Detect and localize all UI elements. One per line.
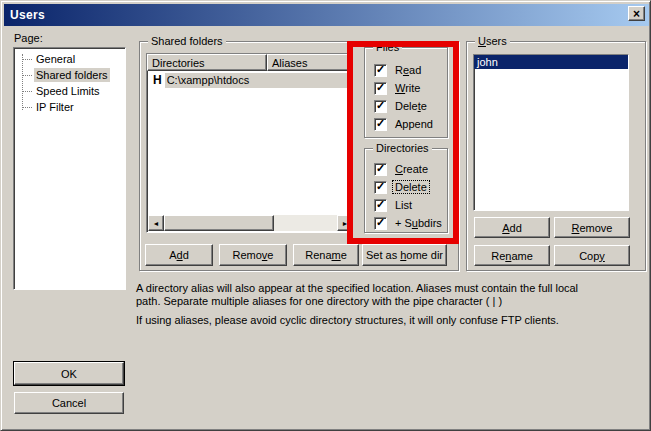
write-checkbox-label[interactable]: Write [393, 82, 422, 94]
sidebar-item-general[interactable]: General [17, 51, 77, 67]
sidebar-item-ip-filter[interactable]: IP Filter [17, 99, 76, 115]
subdirs-checkbox-row: ✓ + Subdirs [374, 216, 444, 230]
set-as-home-dir-button[interactable]: Set as home dir [362, 244, 447, 266]
sidebar-item-speed-limits[interactable]: Speed Limits [17, 83, 102, 99]
alias-help-line1: A directory alias will also appear at th… [136, 282, 606, 295]
checkmark-icon: ✓ [376, 217, 385, 228]
delete-dirs-checkbox-row: ✓ Delete [374, 180, 429, 194]
shared-folders-group-label: Shared folders [148, 35, 226, 48]
tree-stub-icon [22, 91, 32, 92]
checkmark-icon: ✓ [376, 199, 385, 210]
list-checkbox[interactable]: ✓ [374, 199, 387, 212]
checkmark-icon: ✓ [376, 64, 385, 75]
rename-folder-button[interactable]: Rename [293, 244, 359, 266]
directory-row[interactable]: H C:\xampp\htdocs [147, 72, 352, 88]
scroll-right-button[interactable]: ► [337, 215, 353, 231]
cancel-button[interactable]: Cancel [14, 392, 124, 414]
alias-help-line3: If using aliases, please avoid cyclic di… [136, 314, 606, 327]
delete-files-checkbox[interactable]: ✓ [374, 100, 387, 113]
close-button[interactable]: × [628, 6, 645, 21]
files-group-label: Files [373, 41, 402, 54]
write-checkbox[interactable]: ✓ [374, 82, 387, 95]
arrow-right-icon: ► [342, 220, 349, 227]
alias-help-text: A directory alias will also appear at th… [136, 282, 606, 327]
titlebar[interactable]: Users [4, 4, 649, 26]
alias-help-line2: path. Separate multiple aliases for one … [136, 295, 606, 308]
read-checkbox-label[interactable]: Read [393, 64, 423, 76]
add-user-button[interactable]: Add [474, 217, 550, 238]
create-checkbox-row: ✓ Create [374, 162, 430, 176]
column-header-directories[interactable]: Directories [147, 54, 267, 71]
write-checkbox-row: ✓ Write [374, 81, 422, 95]
rename-user-button[interactable]: Rename [474, 245, 550, 266]
remove-user-button[interactable]: Remove [554, 217, 630, 238]
add-folder-button[interactable]: Add [145, 244, 213, 266]
sidebar-item-shared-folders[interactable]: Shared folders [17, 67, 110, 83]
subdirs-checkbox[interactable]: ✓ [374, 217, 387, 230]
directories-list[interactable]: Directories Aliases H C:\xampp\htdocs ◄ … [146, 53, 353, 233]
column-header-aliases[interactable]: Aliases [267, 54, 352, 71]
delete-files-checkbox-row: ✓ Delete [374, 99, 429, 113]
directory-path: C:\xampp\htdocs [165, 73, 350, 88]
checkmark-icon: ✓ [376, 100, 385, 111]
delete-dirs-checkbox-label[interactable]: Delete [393, 181, 429, 193]
horizontal-scrollbar[interactable]: ◄ ► [148, 215, 353, 231]
tree-stub-icon [22, 75, 32, 76]
directories-permissions-group: Directories ✓ Create ✓ Delete ✓ List ✓ +… [364, 148, 448, 233]
arrow-left-icon: ◄ [153, 220, 160, 227]
append-checkbox[interactable]: ✓ [374, 118, 387, 131]
read-checkbox-row: ✓ Read [374, 63, 423, 77]
checkmark-icon: ✓ [376, 163, 385, 174]
checkmark-icon: ✓ [376, 118, 385, 129]
append-checkbox-label[interactable]: Append [393, 118, 435, 130]
delete-files-checkbox-label[interactable]: Delete [393, 100, 429, 112]
window-title: Users [10, 8, 45, 22]
copy-user-button[interactable]: Copy [554, 245, 630, 266]
users-group-label: Users [475, 35, 510, 48]
directories-group-label: Directories [373, 142, 432, 155]
remove-folder-button[interactable]: Remove [219, 244, 287, 266]
scrollbar-thumb[interactable] [164, 215, 274, 231]
scroll-left-button[interactable]: ◄ [148, 215, 164, 231]
page-label: Page: [14, 32, 43, 44]
page-tree[interactable]: General Shared folders Speed Limits IP F… [13, 47, 126, 290]
list-checkbox-row: ✓ List [374, 198, 414, 212]
close-icon: × [633, 8, 640, 20]
user-list-item[interactable]: john [474, 55, 628, 69]
users-dialog: Users × Page: General Shared folders Spe… [0, 0, 651, 431]
create-checkbox-label[interactable]: Create [393, 163, 430, 175]
subdirs-checkbox-label[interactable]: + Subdirs [393, 217, 444, 229]
list-checkbox-label[interactable]: List [393, 199, 414, 211]
home-directory-marker: H [147, 73, 165, 87]
checkmark-icon: ✓ [376, 82, 385, 93]
files-permissions-group: Files ✓ Read ✓ Write ✓ Delete ✓ Append [364, 47, 448, 138]
read-checkbox[interactable]: ✓ [374, 64, 387, 77]
tree-stub-icon [22, 107, 32, 108]
tree-stub-icon [22, 59, 32, 60]
append-checkbox-row: ✓ Append [374, 117, 435, 131]
users-list[interactable]: john [473, 54, 629, 211]
delete-dirs-checkbox[interactable]: ✓ [374, 181, 387, 194]
checkmark-icon: ✓ [376, 181, 385, 192]
create-checkbox[interactable]: ✓ [374, 163, 387, 176]
ok-button[interactable]: OK [14, 362, 124, 385]
